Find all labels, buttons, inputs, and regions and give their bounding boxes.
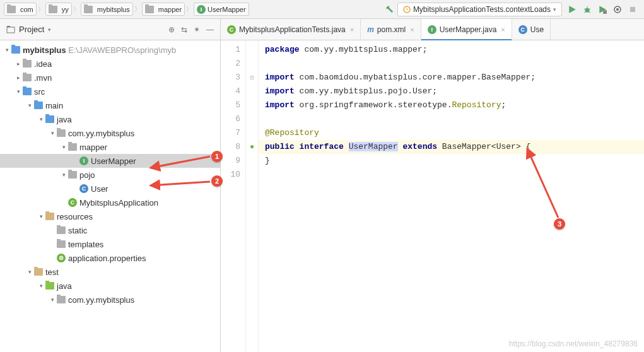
tab-user[interactable]: CUse [512,19,551,40]
annotation-badge-3: 3 [554,218,565,230]
tab-pom[interactable]: mpom.xml× [361,19,421,40]
gutter-icons: ⊟ ● [246,40,259,352]
tool-window-bar: Project ▾ ⊕ ⇆ ✶ — CMybitsplusApplication… [0,19,644,40]
project-icon [6,25,15,34]
source-folder-icon [45,115,54,123]
tree-node-mapper[interactable]: ▾mapper [0,140,220,154]
hide-icon[interactable]: — [206,25,214,34]
class-icon: C [79,184,88,193]
profiler-button[interactable] [612,4,623,15]
module-icon [11,46,20,54]
tab-usermapper[interactable]: IUserMapper.java× [421,19,512,40]
run-button[interactable] [567,4,577,15]
folder-icon [57,226,66,234]
svg-rect-7 [7,26,10,27]
folder-icon [34,268,43,276]
expand-all-icon[interactable]: ⇆ [181,25,187,34]
select-opened-file-icon[interactable]: ⊕ [168,25,175,34]
close-icon[interactable]: × [350,26,354,33]
svg-point-4 [616,8,619,11]
interface-icon: I [428,25,436,34]
annotation-badge-1: 1 [211,151,223,162]
run-config-selector[interactable]: MybitsplusApplicationTests.contextLoads … [397,3,562,16]
folder-icon [84,6,93,13]
folder-icon [23,88,32,95]
project-tree[interactable]: ▾mybitsplus E:\JAVAWEBPRO\spring\myb ▸.i… [0,40,221,352]
folder-icon [7,6,16,13]
fold-icon[interactable]: ⊟ [250,74,254,81]
coverage-button[interactable] [597,4,607,15]
close-icon[interactable]: × [410,26,414,33]
class-icon: C [227,25,236,34]
navigation-bar: com〉 yy〉 mybitsplus〉 mapper〉 IUserMapper… [0,0,644,19]
svg-rect-5 [630,7,635,12]
folder-icon [23,74,32,81]
project-label: Project [19,25,44,34]
watermark: https://blog.csdn.net/weixin_48279836 [509,339,638,348]
folder-icon [145,6,154,13]
interface-icon: I [197,5,206,14]
project-panel-header[interactable]: Project ▾ ⊕ ⇆ ✶ — [0,19,221,40]
settings-icon[interactable]: ✶ [194,25,200,34]
svg-rect-2 [603,10,607,14]
run-config-label: MybitsplusApplicationTests.contextLoads [413,5,551,14]
build-button[interactable] [385,4,395,15]
stop-button[interactable] [628,4,638,15]
package-icon [57,296,66,303]
package-icon [68,171,77,179]
folder-icon [57,240,66,248]
folder-icon [34,102,43,109]
code-area[interactable]: package com.yy.mybitsplus.mapper; import… [259,40,644,352]
resources-folder-icon [45,213,54,220]
svg-rect-6 [7,27,15,33]
close-icon[interactable]: × [501,26,505,33]
interface-icon: I [79,156,88,165]
debug-button[interactable] [582,4,592,15]
editor-tabs: CMybitsplusApplicationTests.java× mpom.x… [221,19,551,40]
class-icon: C [68,198,77,207]
test-folder-icon [45,282,54,290]
properties-icon: ⚙ [57,254,66,262]
package-icon [57,129,66,137]
breadcrumb[interactable]: com〉 yy〉 mybitsplus〉 mapper〉 IUserMapper [4,3,249,16]
class-icon: C [518,25,527,34]
code-editor[interactable]: 1 2 3 4 5 6 7 8 9 10 ⊟ ● package com.yy.… [221,40,644,352]
test-icon [403,6,411,13]
tree-node-usermapper[interactable]: ▸IUserMapper [0,154,220,168]
folder-icon [23,60,32,67]
tab-tests[interactable]: CMybitsplusApplicationTests.java× [221,19,361,40]
maven-icon: m [367,25,374,34]
line-gutter: 1 2 3 4 5 6 7 8 9 10 [221,40,246,352]
bean-icon[interactable]: ● [250,143,254,151]
folder-icon [49,6,57,13]
annotation-badge-2: 2 [211,175,223,187]
package-icon [68,143,77,151]
